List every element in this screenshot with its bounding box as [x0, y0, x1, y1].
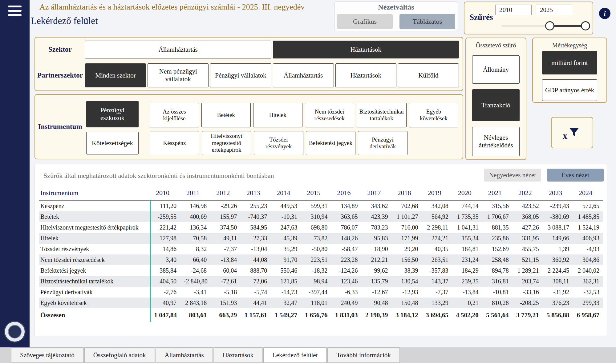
cell: -6,33: [331, 287, 361, 298]
cell: 698,80: [301, 222, 331, 233]
cell: 2 224,45: [543, 265, 573, 276]
sector-options: ÁllamháztartásHáztartások: [85, 41, 459, 58]
instrument-option-b-2[interactable]: Tőzsdei részvények: [254, 131, 303, 155]
cell: 212,21: [361, 254, 391, 265]
instrument-option-2[interactable]: Hitelek: [253, 103, 302, 127]
cell: 449,53: [271, 200, 301, 211]
cell: -5,74: [241, 287, 271, 298]
table-title: Szűrők által meghatározott adatok szekto…: [43, 172, 274, 180]
cell: 2 040,02: [573, 265, 603, 276]
nav-tab-1[interactable]: Összefoglaló adatok: [84, 347, 155, 363]
clear-filters-button[interactable]: x: [551, 117, 593, 148]
cell: 99,62: [361, 265, 391, 276]
cell: 400,69: [180, 211, 210, 222]
partner-option-3[interactable]: Államháztartás: [273, 63, 334, 87]
column-header: 2021: [482, 186, 513, 200]
component-option-2[interactable]: Névleges átértékelődés: [472, 127, 520, 156]
cell: -3,41: [180, 287, 210, 298]
view-option-0[interactable]: Grafikus: [337, 14, 393, 29]
instrument-side-option-0[interactable]: Pénzügyi eszközök: [86, 101, 139, 127]
table-view-buttons: Negyedéves nézetÉves nézet: [484, 169, 604, 182]
cell: 239,35: [452, 276, 482, 287]
cell: 423,52: [513, 200, 543, 211]
view-option-1[interactable]: Táblázatos: [399, 14, 455, 29]
info-button[interactable]: i: [599, 8, 610, 19]
instrument-option-b-0[interactable]: Készpénz: [150, 131, 199, 155]
cell: 263,51: [422, 254, 452, 265]
sector-option-1[interactable]: Háztartások: [273, 41, 459, 58]
partner-option-1[interactable]: Nem pénzügyi vállalatok: [148, 63, 209, 87]
nav-tab-2[interactable]: Államháztartás: [156, 347, 213, 363]
partner-option-4[interactable]: Háztartások: [335, 63, 396, 87]
cell: 240,49: [331, 298, 361, 308]
cell: 385,84: [150, 265, 180, 276]
cell: 184,81: [452, 244, 482, 254]
cell: -18,32: [301, 265, 331, 276]
row-label: Pénzügyi derivatívák: [39, 287, 150, 298]
component-option-1[interactable]: Tranzakció: [472, 89, 520, 121]
cell: -239,43: [543, 200, 573, 211]
instrument-option-5[interactable]: Egyéb követelések: [409, 103, 458, 127]
unit-option-0[interactable]: milliárd forint: [542, 51, 597, 74]
cell: -7,37: [210, 244, 241, 254]
cell: 150,48: [392, 298, 422, 308]
view-switch-label: Nézetváltás: [334, 3, 458, 11]
nav-tab-5[interactable]: További információk: [327, 347, 399, 363]
year-from-input[interactable]: [495, 5, 532, 15]
partner-option-5[interactable]: Külföld: [398, 63, 459, 87]
view-switch: Nézetváltás GrafikusTáblázatos: [334, 2, 458, 31]
cell: 1 101,27: [392, 211, 422, 222]
cell: 27,33: [241, 233, 271, 244]
instrument-side-option-1[interactable]: Kötelezettségek: [86, 132, 139, 154]
hamburger-menu-icon[interactable]: [8, 6, 22, 16]
instrument-option-1[interactable]: Betétek: [201, 103, 251, 127]
cell: 235,86: [482, 233, 513, 244]
instrument-option-b-3[interactable]: Befektetési jegyek: [306, 131, 355, 155]
cell: 223,28: [331, 254, 361, 265]
instrument-option-b-1[interactable]: Hitelviszonyt megtestesítő értékpapírok: [202, 131, 251, 155]
cell: 44,08: [241, 254, 271, 265]
column-header: 2022: [513, 186, 543, 200]
cell: 123,46: [331, 276, 361, 287]
cell: 521,15: [513, 254, 543, 265]
cell: 427,26: [513, 222, 543, 233]
mnb-logo: [4, 321, 26, 342]
instrument-option-3[interactable]: Nem tőzsdei részesedések: [305, 103, 354, 127]
slider-handle-right[interactable]: [581, 21, 590, 30]
total-cell: 3 184,12: [392, 308, 422, 322]
slider-handle-left[interactable]: [545, 21, 554, 30]
nav-tab-4[interactable]: Lekérdező felület: [263, 347, 327, 363]
year-to-input[interactable]: [536, 5, 572, 15]
total-cell: 6 958,67: [573, 308, 603, 322]
partner-option-2[interactable]: Pénzügyi vállalatok: [210, 63, 271, 87]
total-cell: 5 561,64: [482, 308, 513, 322]
cell: 299,33: [573, 298, 603, 308]
cell: 156,50: [392, 254, 422, 265]
instrument-option-0[interactable]: Az összes kijelölése: [150, 103, 199, 127]
nav-tab-0[interactable]: Szöveges tájékoztató: [11, 347, 83, 363]
cell: -14,73: [271, 287, 301, 298]
instrument-option-4[interactable]: Biztosítástechnikai tartalékok: [357, 103, 407, 127]
table-view-option-1[interactable]: Éves nézet: [547, 169, 604, 182]
partner-option-0[interactable]: Minden szektor: [85, 63, 146, 87]
cell: 274,21: [422, 233, 452, 244]
nav-tab-3[interactable]: Háztartások: [214, 347, 262, 363]
year-range-slider[interactable]: [501, 26, 590, 26]
cell: -2 840,80: [180, 276, 210, 287]
cell: 363,65: [331, 211, 361, 222]
table-row: Hitelek127,9870,5849,1127,3345,3973,8214…: [39, 233, 603, 244]
table-row: Tőzsdei részvények14,868,32-7,37-13,0435…: [39, 244, 603, 254]
cell: 255,23: [241, 200, 271, 211]
cell: 91,70: [271, 254, 301, 265]
unit-option-1[interactable]: GDP arányos érték: [542, 79, 597, 101]
cell: -208,25: [513, 298, 543, 308]
component-option-0[interactable]: Állomány: [472, 55, 520, 84]
sector-option-0[interactable]: Államháztartás: [85, 41, 271, 58]
instrument-option-b-4[interactable]: Pénzügyi derivatívák: [358, 131, 407, 155]
table-view-option-0[interactable]: Negyedéves nézet: [484, 169, 541, 182]
sector-label: Szektor: [35, 41, 85, 58]
component-options: ÁllományTranzakcióNévleges átértékelődés: [472, 52, 520, 156]
cell: 72,06: [241, 276, 271, 287]
cell: 155,34: [452, 233, 482, 244]
component-filter-panel: Összetevő szűrő ÁllományTranzakcióNévleg…: [465, 38, 526, 160]
